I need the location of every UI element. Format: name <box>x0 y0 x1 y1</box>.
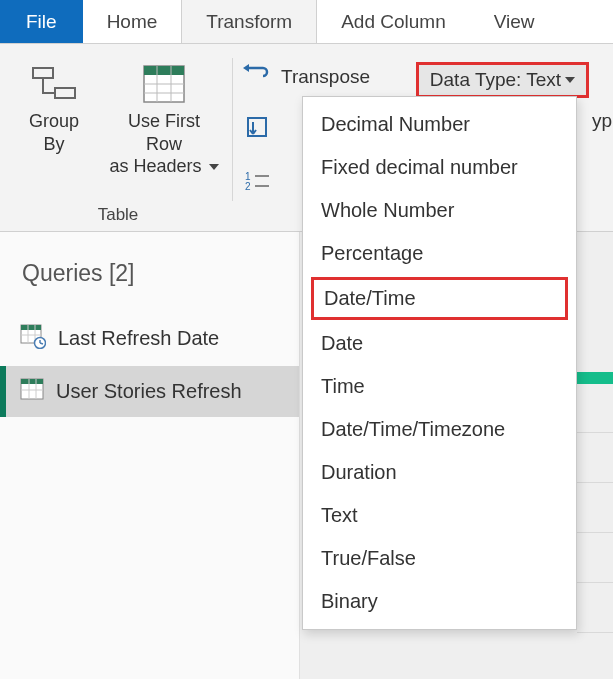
tab-label: Add Column <box>341 11 446 33</box>
tab-transform[interactable]: Transform <box>181 0 317 43</box>
menu-item-percentage[interactable]: Percentage <box>303 232 576 275</box>
truncated-text-fragment: yp <box>592 110 612 132</box>
svg-rect-1 <box>55 88 75 98</box>
tab-view[interactable]: View <box>470 0 559 43</box>
tab-add-column[interactable]: Add Column <box>317 0 470 43</box>
query-item-last-refresh-date[interactable]: Last Refresh Date <box>0 311 299 366</box>
grid-line <box>577 532 613 533</box>
data-type-dropdown-menu: Decimal Number Fixed decimal number Whol… <box>302 96 577 630</box>
menu-item-duration[interactable]: Duration <box>303 451 576 494</box>
tab-home[interactable]: Home <box>83 0 182 43</box>
transpose-icon[interactable] <box>243 62 273 91</box>
ribbon-separator <box>232 58 233 201</box>
tab-file[interactable]: File <box>0 0 83 43</box>
menu-item-binary[interactable]: Binary <box>303 580 576 623</box>
ribbon-group-label-table: Table <box>8 201 228 231</box>
group-by-icon <box>31 58 77 110</box>
grid-line <box>577 432 613 433</box>
chevron-down-icon <box>209 164 219 170</box>
data-type-button-label: Data Type: Text <box>430 69 561 91</box>
count-rows-icon[interactable]: 1 2 <box>245 170 271 197</box>
svg-marker-8 <box>243 64 249 72</box>
transpose-label[interactable]: Transpose <box>279 52 370 88</box>
tab-label: Home <box>107 11 158 33</box>
menu-item-date[interactable]: Date <box>303 322 576 365</box>
grid-line <box>577 582 613 583</box>
tab-label: Transform <box>206 11 292 33</box>
menu-item-whole-number[interactable]: Whole Number <box>303 189 576 232</box>
query-item-label: Last Refresh Date <box>58 327 219 350</box>
tab-bar: File Home Transform Add Column View <box>0 0 613 44</box>
menu-item-date-time-timezone[interactable]: Date/Time/Timezone <box>303 408 576 451</box>
query-item-label: User Stories Refresh <box>56 380 242 403</box>
svg-rect-15 <box>21 325 41 330</box>
svg-rect-0 <box>33 68 53 78</box>
svg-text:2: 2 <box>245 181 251 192</box>
svg-rect-3 <box>144 66 184 75</box>
menu-item-decimal-number[interactable]: Decimal Number <box>303 103 576 146</box>
menu-item-fixed-decimal-number[interactable]: Fixed decimal number <box>303 146 576 189</box>
svg-rect-23 <box>21 379 43 384</box>
group-by-button[interactable]: Group By <box>8 52 100 201</box>
grid-line <box>577 482 613 483</box>
column-header-fragment <box>577 372 613 384</box>
data-type-dropdown-button[interactable]: Data Type: Text <box>416 62 589 98</box>
queries-header: Queries [2] <box>0 232 299 311</box>
queries-panel: Queries [2] Last Refresh Date <box>0 232 300 679</box>
tab-label: View <box>494 11 535 33</box>
grid-line <box>577 632 613 633</box>
svg-rect-9 <box>248 118 266 136</box>
menu-item-time[interactable]: Time <box>303 365 576 408</box>
group-by-label: Group By <box>29 110 79 155</box>
menu-item-date-time[interactable]: Date/Time <box>311 277 568 320</box>
chevron-down-icon <box>565 77 575 83</box>
query-item-user-stories-refresh[interactable]: User Stories Refresh <box>0 366 299 417</box>
menu-item-text[interactable]: Text <box>303 494 576 537</box>
tab-label: File <box>26 11 57 33</box>
table-headers-icon <box>142 58 186 110</box>
svg-line-21 <box>40 343 43 344</box>
use-first-row-label: Use First Row as Headers <box>108 110 220 178</box>
menu-item-true-false[interactable]: True/False <box>303 537 576 580</box>
reverse-rows-icon[interactable] <box>245 115 271 146</box>
query-table-icon <box>20 378 44 405</box>
query-table-icon <box>20 323 46 354</box>
use-first-row-as-headers-button[interactable]: Use First Row as Headers <box>100 52 228 201</box>
